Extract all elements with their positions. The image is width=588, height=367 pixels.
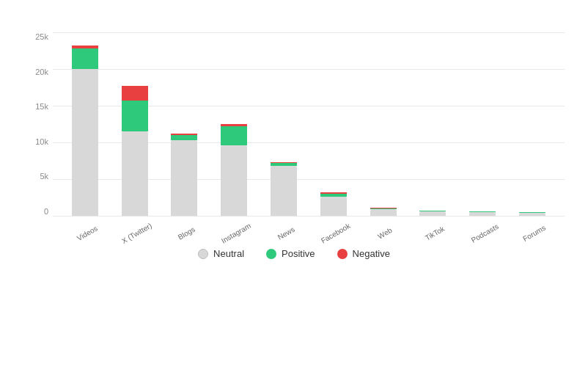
y-axis-label: 15k <box>35 102 48 111</box>
x-label-item: News <box>259 230 309 238</box>
x-label-item: Videos <box>60 230 110 238</box>
y-axis-label: 20k <box>35 68 48 76</box>
legend-label-negative: Negative <box>353 248 390 259</box>
bar-group <box>359 32 408 216</box>
bar-group <box>259 32 309 216</box>
x-label-text: Podcasts <box>469 222 499 244</box>
y-axis-label: 25k <box>35 32 48 41</box>
bar-stack <box>320 192 347 216</box>
legend-item-positive: Positive <box>266 248 315 259</box>
bar-segment-neutral <box>271 166 297 216</box>
bar-segment-neutral <box>370 209 397 216</box>
x-label-text: Facebook <box>320 222 352 244</box>
bar-segment-neutral <box>72 69 98 216</box>
bar-segment-positive <box>72 48 98 69</box>
bar-stack <box>171 134 197 216</box>
x-label-item: Web <box>359 230 408 238</box>
bar-group <box>60 32 110 216</box>
chart-area: 25k20k15k10k5k0 VideosX (Twitter)BlogsIn… <box>23 32 565 238</box>
bar-stack <box>122 86 148 216</box>
x-label-text: Web <box>377 226 394 241</box>
bar-segment-neutral <box>221 145 247 216</box>
x-label-item: Forums <box>507 230 557 238</box>
x-label-item: Facebook <box>309 230 359 238</box>
legend-item-negative: Negative <box>337 248 390 259</box>
y-axis-label: 10k <box>35 137 48 146</box>
bar-group <box>110 32 160 216</box>
x-label-text: Blogs <box>177 225 196 241</box>
x-label-text: X (Twitter) <box>120 222 153 245</box>
x-label-text: TikTok <box>424 225 446 242</box>
bar-stack <box>221 124 247 216</box>
legend-dot-positive <box>266 249 276 259</box>
bar-stack <box>419 211 446 216</box>
bar-group <box>209 32 259 216</box>
bar-group <box>309 32 359 216</box>
bar-segment-positive <box>122 101 148 131</box>
legend: NeutralPositiveNegative <box>23 248 565 259</box>
bar-segment-neutral <box>122 131 148 216</box>
legend-label-positive: Positive <box>282 248 315 259</box>
legend-dot-negative <box>337 249 348 259</box>
bar-segment-negative <box>122 86 148 101</box>
x-label-text: Instagram <box>220 222 252 245</box>
x-label-text: Videos <box>76 224 99 242</box>
bar-group <box>457 32 507 216</box>
x-label-item: TikTok <box>408 230 458 238</box>
chart-container: 25k20k15k10k5k0 VideosX (Twitter)BlogsIn… <box>23 32 565 259</box>
bar-segment-positive <box>221 126 247 145</box>
x-label-item: Podcasts <box>457 230 507 238</box>
legend-dot-neutral <box>198 249 208 259</box>
grid-and-bars <box>53 32 565 216</box>
legend-label-neutral: Neutral <box>213 248 244 259</box>
x-label-item: Instagram <box>209 230 259 238</box>
legend-item-neutral: Neutral <box>198 248 244 259</box>
y-axis: 25k20k15k10k5k0 <box>23 32 53 216</box>
y-axis-label: 0 <box>44 207 48 216</box>
bar-segment-neutral <box>171 140 197 216</box>
bar-stack <box>271 162 297 216</box>
bar-stack <box>370 208 397 216</box>
bar-segment-neutral <box>320 197 347 216</box>
bar-group <box>408 32 458 216</box>
bar-stack <box>72 46 98 216</box>
bar-segment-positive <box>171 135 197 140</box>
x-label-item: X (Twitter) <box>110 230 160 238</box>
x-label-text: Forums <box>521 224 547 243</box>
bar-group <box>160 32 210 216</box>
x-label-text: News <box>276 225 295 241</box>
x-label-item: Blogs <box>160 230 210 238</box>
bar-group <box>507 32 557 216</box>
y-axis-label: 5k <box>40 172 48 181</box>
x-labels: VideosX (Twitter)BlogsInstagramNewsFaceb… <box>53 216 565 238</box>
bars-row <box>53 32 565 216</box>
